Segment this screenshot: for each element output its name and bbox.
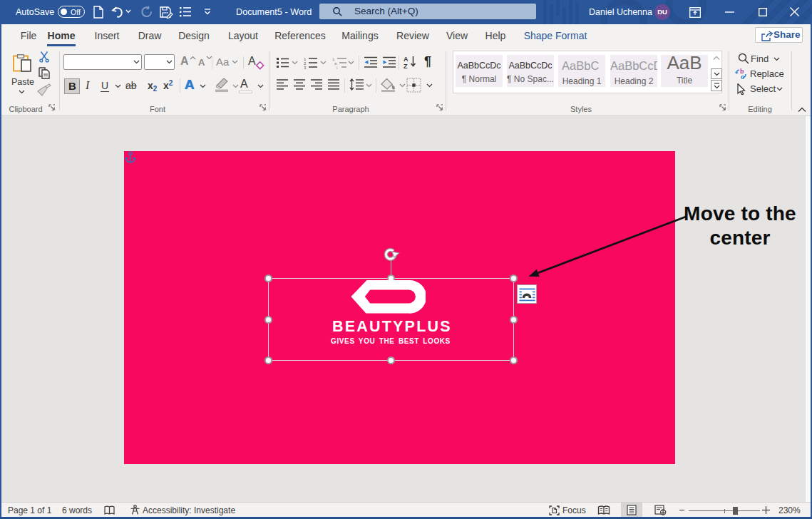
svg-text:A: A: [404, 56, 408, 63]
svg-text:3: 3: [304, 66, 307, 70]
svg-text:c: c: [741, 73, 744, 80]
svg-text:i: i: [336, 66, 337, 70]
svg-text:Z: Z: [404, 63, 408, 69]
